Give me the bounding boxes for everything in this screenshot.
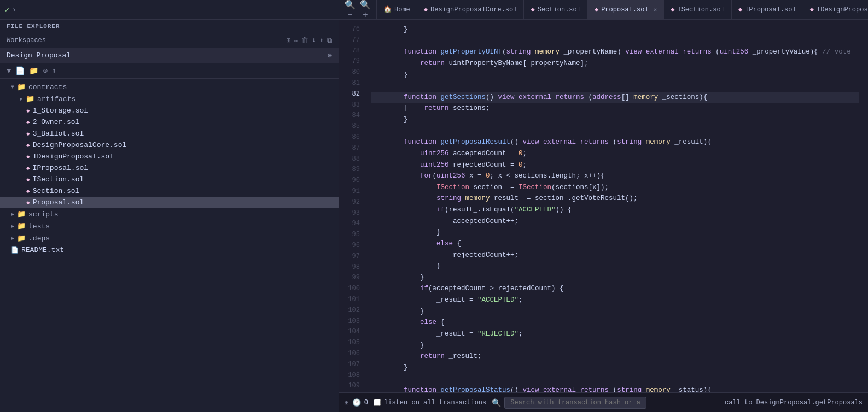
- collapse-icon[interactable]: ⊞: [345, 398, 349, 407]
- sol-icon-3: ◆: [595, 5, 598, 14]
- tree-item-section[interactable]: ◆ Section.sol: [0, 185, 339, 197]
- listen-checkbox[interactable]: [374, 399, 381, 406]
- chevron-right-icon: ›: [12, 5, 16, 14]
- search-input[interactable]: [504, 397, 646, 409]
- bottom-bar: ⊞ 🕐 0 listen on all transactions 🔍 call …: [339, 392, 868, 412]
- tab-idesignproposal[interactable]: ◆ IDesignProposal...: [803, 0, 868, 19]
- ln-106: 106: [339, 349, 366, 360]
- tab-iproposal[interactable]: ◆ IProposal.sol: [732, 0, 803, 19]
- code-line-102: else {: [371, 317, 859, 328]
- code-line-106: }: [371, 362, 859, 374]
- code-line-91: string memory result_ = section_.getVote…: [371, 193, 859, 204]
- tree-item-designproposalcore[interactable]: ◆ DesignProposalCore.sol: [0, 139, 339, 151]
- chevron-right-icon4: ▶: [11, 223, 14, 229]
- tab-home[interactable]: 🏠 Home: [377, 0, 417, 19]
- sol-file-icon-2: ◆: [26, 119, 30, 126]
- chevron-down-icon: ▼: [11, 84, 14, 90]
- ln-107: 107: [339, 360, 366, 370]
- delete-workspace-icon[interactable]: 🗑: [301, 37, 308, 45]
- zoom-out-button[interactable]: 🔍−: [342, 0, 358, 21]
- github-icon[interactable]: ⊙: [43, 66, 47, 75]
- copy-workspace-icon[interactable]: ⧉: [327, 37, 332, 45]
- tree-item-3ballot[interactable]: ◆ 3_Ballot.sol: [0, 128, 339, 139]
- code-line-79: return uintPropertyByName[_propertyName]…: [371, 58, 859, 69]
- tab-close-proposal[interactable]: ✕: [654, 6, 657, 13]
- explorer-header: FILE EXPLORER: [0, 20, 339, 33]
- search-button[interactable]: 🔍: [492, 398, 501, 407]
- tab-isection[interactable]: ◆ ISection.sol: [664, 0, 732, 19]
- clock-icon[interactable]: 🕐: [352, 398, 361, 407]
- tab-section[interactable]: ◆ Section.sol: [524, 0, 587, 19]
- tree-item-iproposal[interactable]: ◆ IProposal.sol: [0, 162, 339, 174]
- chevron-right-icon2: ▶: [20, 96, 23, 102]
- listen-label: listen on all transactions: [384, 399, 486, 407]
- tab-bar: ✓ › 🔍− 🔍+ 🏠 Home ◆ DesignProposalCore.so…: [0, 0, 868, 20]
- code-line-95: else {: [371, 238, 859, 250]
- line-numbers: 76 77 78 79 80 81 82 83 84 85 86 87 88 8…: [339, 20, 366, 392]
- tx-count: 0: [364, 399, 368, 407]
- file-icon-readme: 📄: [11, 246, 19, 254]
- code-line-90: ISection section_ = ISection(sections[x]…: [371, 182, 859, 193]
- tab-designproposalcore[interactable]: ◆ DesignProposalCore.sol: [417, 0, 525, 19]
- ln-98: 98: [339, 262, 366, 273]
- file-tree-toolbar: ▼ 📄 📁 ⊙ ⬆: [0, 63, 339, 79]
- new-folder-icon2[interactable]: 📁: [29, 66, 38, 75]
- code-line-101: }: [371, 306, 859, 317]
- code-line-97: }: [371, 261, 859, 272]
- code-line-76: }: [371, 24, 859, 36]
- ln-104: 104: [339, 327, 366, 338]
- add-workspace-icon[interactable]: ⊞: [287, 36, 291, 45]
- tree-item-readme[interactable]: 📄 README.txt: [0, 244, 339, 256]
- design-proposal-icon[interactable]: ⊕: [328, 51, 332, 60]
- code-line-92: if(result_.isEqual("ACCEPTED")) {: [371, 204, 859, 216]
- ln-89: 89: [339, 164, 366, 175]
- code-line-93: acceptedCount++;: [371, 216, 859, 227]
- code-line-98: }: [371, 272, 859, 284]
- search-area: 🔍: [492, 397, 717, 409]
- tree-item-scripts[interactable]: ▶ 📁 scripts: [0, 208, 339, 220]
- ln-87: 87: [339, 143, 366, 154]
- upload-workspace-icon[interactable]: ⬆: [319, 36, 324, 45]
- tree-item-proposal[interactable]: ◆ Proposal.sol: [0, 197, 339, 208]
- edit-workspace-icon[interactable]: ✏: [294, 36, 299, 45]
- zoom-in-button[interactable]: 🔍+: [358, 0, 373, 21]
- ln-83: 83: [339, 100, 366, 111]
- workspace-label: Workspaces: [7, 37, 46, 44]
- sol-file-icon-6: ◆: [26, 164, 30, 172]
- tree-item-isection[interactable]: ◆ ISection.sol: [0, 174, 339, 185]
- download-workspace-icon[interactable]: ⬇: [312, 36, 316, 45]
- tree-item-1storage[interactable]: ◆ 1_Storage.sol: [0, 105, 339, 116]
- ln-84: 84: [339, 110, 366, 121]
- upload-file-icon[interactable]: ⬆: [52, 66, 56, 75]
- ln-99: 99: [339, 273, 366, 284]
- code-editor-panel: 76 77 78 79 80 81 82 83 84 85 86 87 88 8…: [339, 20, 868, 412]
- code-line-108: function getProposalStatus() view extern…: [371, 385, 859, 392]
- tree-item-deps[interactable]: ▶ 📁 .deps: [0, 232, 339, 244]
- ln-88: 88: [339, 154, 366, 165]
- folder-icon4: 📁: [17, 222, 26, 231]
- home-icon: 🏠: [383, 5, 392, 14]
- call-label: call to DesignProposal.getProposals: [725, 399, 863, 407]
- code-line-81: [371, 80, 859, 92]
- listen-checkbox-area: listen on all transactions: [374, 399, 486, 407]
- ln-105: 105: [339, 338, 366, 349]
- sol-icon-2: ◆: [531, 5, 534, 14]
- ln-97: 97: [339, 251, 366, 262]
- tab-proposal[interactable]: ◆ Proposal.sol ✕: [588, 0, 664, 19]
- new-folder-icon[interactable]: 📄: [15, 66, 25, 75]
- code-line-100: _result = "ACCEPTED";: [371, 295, 859, 306]
- tree-item-idesignproposal[interactable]: ◆ IDesignProposal.sol: [0, 151, 339, 162]
- ln-81: 81: [339, 78, 366, 89]
- ln-85: 85: [339, 121, 366, 132]
- tree-item-tests[interactable]: ▶ 📁 tests: [0, 220, 339, 232]
- tree-item-2owner[interactable]: ◆ 2_Owner.sol: [0, 116, 339, 128]
- tree-item-contracts[interactable]: ▼ 📁 contracts: [0, 81, 339, 93]
- code-line-83: | return sections;: [371, 103, 859, 114]
- ln-96: 96: [339, 240, 366, 251]
- sol-file-icon-8: ◆: [26, 187, 30, 195]
- ln-101: 101: [339, 295, 366, 305]
- sol-file-icon-4: ◆: [26, 142, 30, 149]
- tree-item-artifacts[interactable]: ▶ 📁 artifacts: [0, 93, 339, 105]
- new-file-icon[interactable]: ▼: [7, 67, 11, 75]
- ln-82: 82: [339, 89, 366, 100]
